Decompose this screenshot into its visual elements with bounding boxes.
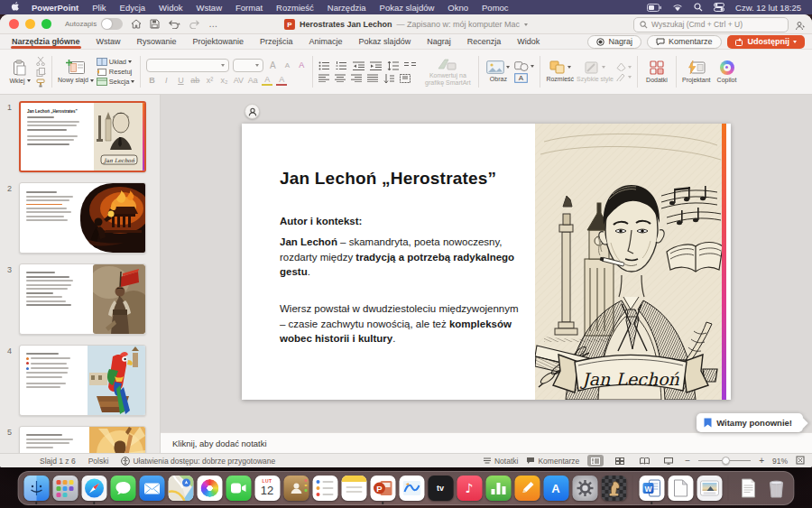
bullet-list-icon[interactable] — [318, 61, 330, 70]
zoom-slider[interactable] — [698, 460, 751, 461]
fit-to-window-button[interactable] — [796, 456, 805, 466]
dock-freeform[interactable] — [399, 476, 425, 502]
search-input[interactable]: Wyszukaj (Cmd + Ctrl + U) — [633, 17, 789, 32]
new-slide-button[interactable]: Nowy slajd — [58, 60, 94, 84]
menu-wstaw[interactable]: Wstaw — [197, 3, 223, 13]
textbox-button[interactable]: A — [514, 73, 534, 83]
slideshow-view-button[interactable] — [660, 455, 677, 466]
dock-trash[interactable] — [763, 476, 789, 502]
zoom-level[interactable]: 91% — [772, 457, 788, 466]
align-center-icon[interactable] — [335, 74, 346, 82]
align-text-icon[interactable] — [400, 74, 411, 83]
tab-widok[interactable]: Widok — [509, 35, 548, 49]
bold-button[interactable]: B — [146, 76, 157, 85]
comments-toggle[interactable]: Komentarze — [526, 457, 579, 466]
dock-powerpoint[interactable]: P — [370, 476, 396, 502]
layout-button[interactable]: Układ — [97, 58, 135, 66]
format-painter-icon[interactable] — [36, 79, 46, 88]
character-spacing-button[interactable]: AV — [233, 76, 244, 85]
dock-music[interactable]: ♪ — [457, 476, 483, 502]
shrink-font-button[interactable]: A — [281, 61, 292, 69]
slide-heading[interactable]: Autor i kontekst: — [280, 216, 521, 226]
font-color-button[interactable]: A — [276, 75, 287, 86]
quick-styles-button[interactable]: Szybkie style — [577, 61, 614, 83]
slide-canvas[interactable]: Jan Lechoń „Herostrates” Autor i konteks… — [242, 124, 731, 400]
align-left-icon[interactable] — [318, 74, 329, 82]
tab-wstaw[interactable]: Wstaw — [88, 35, 129, 49]
notes-pane[interactable]: Kliknij, aby dodać notatki — [161, 432, 812, 453]
close-window-button[interactable] — [9, 19, 19, 29]
zoom-out-button[interactable]: − — [685, 456, 690, 466]
welcome-tooltip[interactable]: Witamy ponownie! — [697, 413, 803, 432]
subscript-button[interactable]: x₂ — [218, 76, 229, 85]
notes-toggle[interactable]: Notatki — [483, 457, 518, 466]
superscript-button[interactable]: x² — [204, 76, 215, 85]
menu-okno[interactable]: Okno — [448, 3, 468, 13]
reading-view-button[interactable] — [636, 455, 652, 466]
dock-facetime[interactable] — [226, 476, 252, 502]
dock-messages[interactable] — [110, 476, 136, 502]
smartart-convert-button[interactable]: Konwertuj na grafikę SmartArt — [422, 58, 473, 86]
language-indicator[interactable]: Polski — [88, 457, 109, 466]
justify-icon[interactable] — [367, 74, 378, 82]
dock-word[interactable]: W — [639, 476, 665, 502]
columns-icon[interactable] — [404, 61, 416, 70]
normal-view-button[interactable] — [587, 455, 604, 466]
control-center-icon[interactable] — [714, 3, 724, 12]
shapes-button[interactable] — [514, 61, 534, 71]
designer-button[interactable]: Projektant — [682, 60, 711, 84]
home-button[interactable] — [131, 19, 142, 29]
save-button[interactable] — [150, 19, 160, 29]
autosave-toggle[interactable] — [101, 18, 123, 30]
tab-animacje[interactable]: Animacje — [301, 35, 351, 49]
menu-rozmiesc[interactable]: Rozmieść — [276, 3, 314, 13]
text-direction-icon[interactable] — [383, 74, 394, 83]
tab-rysowanie[interactable]: Rysowanie — [129, 35, 185, 49]
shape-fill-button[interactable] — [616, 63, 632, 71]
menu-pomoc[interactable]: Pomoc — [482, 3, 509, 13]
copy-icon[interactable] — [36, 68, 46, 77]
numbered-list-icon[interactable] — [336, 61, 347, 70]
dock-system-settings[interactable] — [572, 476, 598, 502]
dock-numbers[interactable] — [485, 476, 512, 502]
strikethrough-button[interactable]: ab — [189, 76, 200, 85]
font-size-select[interactable] — [233, 59, 263, 72]
wifi-icon[interactable] — [672, 4, 683, 12]
comments-button[interactable]: Komentarze — [647, 35, 722, 49]
menu-pokaz-slajdow[interactable]: Pokaz slajdów — [380, 3, 435, 13]
slide-portrait-image[interactable]: Jan Lechoń — [535, 124, 726, 400]
slide-sorter-view-button[interactable] — [612, 455, 628, 466]
dock-apple-tv[interactable]: tv — [428, 476, 454, 502]
dock-launchpad[interactable] — [52, 476, 78, 502]
zoom-in-button[interactable]: + — [759, 456, 764, 466]
minimize-window-button[interactable] — [25, 19, 35, 29]
tab-przejscia[interactable]: Przejścia — [252, 35, 301, 49]
menu-widok[interactable]: Widok — [159, 3, 182, 13]
reset-button[interactable]: Resetuj — [97, 68, 135, 76]
undo-button[interactable] — [168, 19, 181, 29]
copilot-button[interactable]: Copilot — [714, 60, 741, 84]
shape-outline-button[interactable] — [616, 73, 632, 81]
dock-maps[interactable] — [168, 476, 194, 502]
dock-app-store[interactable]: A — [543, 476, 569, 502]
arrange-button[interactable]: Rozmieść — [546, 60, 574, 83]
paste-button[interactable]: Wklej — [6, 60, 33, 85]
text-highlight-button[interactable]: A — [262, 75, 272, 86]
battery-icon[interactable] — [647, 4, 661, 12]
dock-libreoffice-document[interactable] — [668, 476, 694, 502]
presenter-overlay-button[interactable] — [245, 104, 260, 119]
slide-thumbnail-5[interactable]: 5 — [0, 426, 160, 453]
dock-preview[interactable] — [697, 476, 723, 502]
addins-button[interactable]: Dodatki — [643, 60, 670, 84]
menu-powerpoint[interactable]: PowerPoint — [32, 3, 78, 13]
accessibility-status[interactable]: Ułatwienia dostępu: dobrze przygotowane — [121, 457, 275, 466]
tab-projektowanie[interactable]: Projektowanie — [185, 35, 253, 49]
dock-downloads-document[interactable] — [734, 476, 761, 502]
dock-finder[interactable] — [23, 476, 50, 502]
spotlight-search-icon[interactable] — [694, 3, 703, 12]
slide-paragraph-2[interactable]: Wiersz powstał w dwudziestoleciu międzyw… — [280, 301, 521, 346]
dock-mail[interactable] — [139, 476, 165, 502]
dock-contacts[interactable] — [283, 476, 309, 502]
slide-title[interactable]: Jan Lechoń „Herostrates” — [280, 169, 521, 189]
tab-recenzja[interactable]: Recenzja — [459, 35, 510, 49]
